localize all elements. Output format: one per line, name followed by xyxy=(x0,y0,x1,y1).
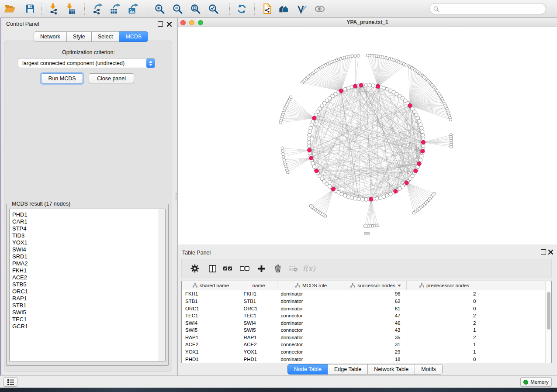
ring-node[interactable] xyxy=(421,133,425,137)
close-panel-button[interactable]: Close panel xyxy=(89,73,134,83)
hub-node[interactable] xyxy=(417,162,421,165)
close-panel-icon[interactable] xyxy=(166,21,172,27)
hub-node[interactable] xyxy=(359,83,363,87)
ring-node[interactable] xyxy=(346,195,350,198)
satellite-node[interactable] xyxy=(282,152,285,155)
table-row[interactable]: ORC1ORC1dominator610 xyxy=(182,305,545,312)
table-settings-gear-icon[interactable] xyxy=(187,259,202,278)
satellite-node[interactable] xyxy=(282,155,285,158)
ring-node[interactable] xyxy=(343,87,347,91)
mcds-result-item[interactable]: YOX1 xyxy=(10,239,159,246)
tab-mcds[interactable]: MCDS xyxy=(119,31,148,42)
zoom-fit-icon[interactable] xyxy=(188,1,203,16)
ring-node[interactable] xyxy=(308,133,311,137)
mcds-result-item[interactable]: STB1 xyxy=(10,302,159,309)
hub-node[interactable] xyxy=(331,187,335,191)
table-row[interactable]: RAP1RAP1dominator352 xyxy=(182,334,545,341)
vizmapper-icon[interactable] xyxy=(294,1,309,16)
mcds-result-item[interactable]: TID3 xyxy=(10,232,159,239)
table-scrollbar[interactable] xyxy=(545,281,552,363)
hub-node[interactable] xyxy=(394,189,398,193)
mcds-result-item[interactable]: PHD1 xyxy=(10,211,159,218)
mcds-result-item[interactable]: ORC1 xyxy=(10,288,159,295)
share-document-icon[interactable] xyxy=(259,1,274,16)
hide-panels-eye-icon[interactable] xyxy=(312,1,327,16)
horizontal-splitter-handle[interactable] xyxy=(364,232,370,235)
export-image-icon[interactable] xyxy=(126,1,141,16)
hub-node[interactable] xyxy=(405,181,408,185)
mcds-result-item[interactable]: GCR1 xyxy=(10,323,159,330)
ring-node[interactable] xyxy=(382,195,385,198)
satellite-node[interactable] xyxy=(289,96,292,99)
hub-node[interactable] xyxy=(339,89,343,93)
hub-node[interactable] xyxy=(408,103,412,107)
mcds-result-item[interactable]: SWI5 xyxy=(10,309,159,316)
ring-node[interactable] xyxy=(307,141,311,144)
memory-button[interactable]: Memory xyxy=(520,377,552,387)
open-file-icon[interactable] xyxy=(2,1,17,16)
hub-node[interactable] xyxy=(312,116,316,120)
mcds-result-item[interactable]: SWI4 xyxy=(10,246,159,253)
ring-node[interactable] xyxy=(307,144,311,148)
ring-node[interactable] xyxy=(422,144,425,148)
satellite-node[interactable] xyxy=(281,150,284,153)
column-header-name[interactable]: name xyxy=(240,281,277,290)
mcds-result-item[interactable]: ACE2 xyxy=(10,274,159,281)
ring-node[interactable] xyxy=(357,197,360,201)
zoom-in-icon[interactable] xyxy=(152,1,167,16)
table-row[interactable]: YOX1YOX1connector291 xyxy=(182,348,545,356)
table-row[interactable]: PHD1PHD1dominator180 xyxy=(182,355,545,363)
select-all-rows-icon[interactable] xyxy=(220,259,235,278)
satellite-node[interactable] xyxy=(357,54,360,57)
hub-node[interactable] xyxy=(309,156,313,160)
tab-style[interactable]: Style xyxy=(66,31,92,42)
ring-node[interactable] xyxy=(420,155,423,158)
ring-node[interactable] xyxy=(420,130,424,133)
delete-column-trash-icon[interactable] xyxy=(270,259,285,278)
satellite-node[interactable] xyxy=(412,211,415,214)
column-header-mcds-role[interactable]: MCDS role xyxy=(277,281,345,290)
hub-node[interactable] xyxy=(414,169,418,173)
ring-node[interactable] xyxy=(378,196,382,199)
mcds-result-item[interactable]: CAR1 xyxy=(10,218,159,225)
ring-node[interactable] xyxy=(419,158,422,162)
tab-network[interactable]: Network xyxy=(34,31,67,42)
hub-node[interactable] xyxy=(421,140,425,144)
mcds-result-item[interactable]: RAP1 xyxy=(10,295,159,302)
ring-node[interactable] xyxy=(364,198,368,201)
ring-node[interactable] xyxy=(309,126,312,130)
deselect-all-rows-icon[interactable] xyxy=(237,259,252,278)
ring-node[interactable] xyxy=(368,83,371,87)
zoom-out-icon[interactable] xyxy=(170,1,185,16)
search-input[interactable] xyxy=(441,5,542,12)
hub-node[interactable] xyxy=(315,169,318,173)
satellite-node[interactable] xyxy=(449,118,452,121)
run-mcds-button[interactable]: Run MCDS xyxy=(41,73,83,83)
import-table-icon[interactable] xyxy=(63,1,78,16)
ring-node[interactable] xyxy=(371,84,375,87)
hub-node[interactable] xyxy=(369,197,373,201)
scrollbar-thumb[interactable] xyxy=(547,292,550,330)
mcds-result-item[interactable]: STP4 xyxy=(10,225,159,232)
ring-node[interactable] xyxy=(385,194,389,197)
ring-node[interactable] xyxy=(311,162,315,165)
network-manager-icon[interactable] xyxy=(276,1,291,16)
hub-node[interactable] xyxy=(376,84,380,88)
satellite-node[interactable] xyxy=(354,55,357,58)
column-header-shared-name[interactable]: shared name xyxy=(182,281,240,290)
tab-network-table[interactable]: Network Table xyxy=(367,364,415,375)
satellite-node[interactable] xyxy=(281,147,284,150)
tab-motifs[interactable]: Motifs xyxy=(415,364,442,375)
mcds-result-item[interactable]: SRD1 xyxy=(10,253,159,260)
satellite-node[interactable] xyxy=(309,204,312,207)
table-row[interactable]: STB1STB1dominator620 xyxy=(182,298,545,305)
mcds-list-scrollbar[interactable] xyxy=(159,209,165,361)
ring-node[interactable] xyxy=(418,120,421,123)
table-row[interactable]: ACE2ACE2connector311 xyxy=(182,341,545,348)
ring-node[interactable] xyxy=(382,86,385,89)
table-row[interactable]: SWI5SWI5connector431 xyxy=(182,327,545,334)
hub-node[interactable] xyxy=(421,149,425,153)
satellite-node[interactable] xyxy=(351,55,354,58)
ring-node[interactable] xyxy=(307,137,311,141)
ring-node[interactable] xyxy=(422,137,425,141)
